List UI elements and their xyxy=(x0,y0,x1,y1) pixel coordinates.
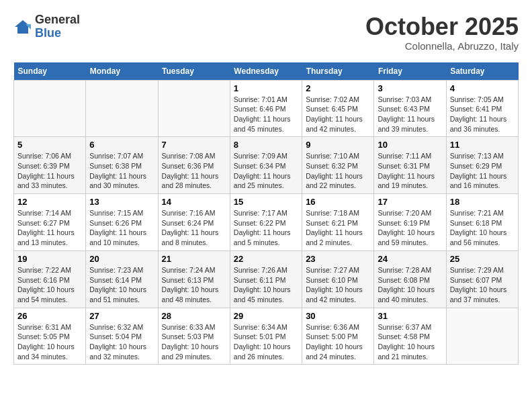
calendar-cell: 19Sunrise: 7:22 AM Sunset: 6:16 PM Dayli… xyxy=(14,250,86,308)
calendar-cell: 31Sunrise: 6:37 AM Sunset: 4:58 PM Dayli… xyxy=(374,308,446,365)
calendar-cell: 20Sunrise: 7:23 AM Sunset: 6:14 PM Dayli… xyxy=(86,250,158,308)
calendar-week-row: 5Sunrise: 7:06 AM Sunset: 6:39 PM Daylig… xyxy=(14,137,519,194)
day-number: 24 xyxy=(378,254,442,264)
calendar-cell: 23Sunrise: 7:27 AM Sunset: 6:10 PM Dayli… xyxy=(302,250,374,308)
calendar-cell xyxy=(446,308,518,365)
calendar-cell: 13Sunrise: 7:15 AM Sunset: 6:26 PM Dayli… xyxy=(86,194,158,251)
calendar-cell xyxy=(86,80,158,137)
day-detail: Sunrise: 7:20 AM Sunset: 6:19 PM Dayligh… xyxy=(378,208,442,248)
day-detail: Sunrise: 7:01 AM Sunset: 6:46 PM Dayligh… xyxy=(234,95,298,134)
day-detail: Sunrise: 7:15 AM Sunset: 6:26 PM Dayligh… xyxy=(89,208,154,248)
weekday-header-thursday: Thursday xyxy=(302,62,374,81)
calendar-week-row: 1Sunrise: 7:01 AM Sunset: 6:46 PM Daylig… xyxy=(14,80,519,137)
calendar-cell: 21Sunrise: 7:24 AM Sunset: 6:13 PM Dayli… xyxy=(158,250,230,308)
day-detail: Sunrise: 7:28 AM Sunset: 6:08 PM Dayligh… xyxy=(378,265,442,305)
day-detail: Sunrise: 6:37 AM Sunset: 4:58 PM Dayligh… xyxy=(378,322,442,362)
calendar-cell: 2Sunrise: 7:02 AM Sunset: 6:45 PM Daylig… xyxy=(302,80,374,137)
day-number: 20 xyxy=(89,254,154,264)
calendar-cell: 14Sunrise: 7:16 AM Sunset: 6:24 PM Dayli… xyxy=(158,194,230,251)
day-detail: Sunrise: 7:03 AM Sunset: 6:43 PM Dayligh… xyxy=(378,95,442,134)
day-detail: Sunrise: 7:16 AM Sunset: 6:24 PM Dayligh… xyxy=(162,208,226,248)
calendar-week-row: 12Sunrise: 7:14 AM Sunset: 6:27 PM Dayli… xyxy=(14,194,519,251)
day-detail: Sunrise: 7:22 AM Sunset: 6:16 PM Dayligh… xyxy=(17,265,82,305)
day-detail: Sunrise: 7:07 AM Sunset: 6:38 PM Dayligh… xyxy=(89,151,154,191)
calendar-cell: 12Sunrise: 7:14 AM Sunset: 6:27 PM Dayli… xyxy=(14,194,86,251)
weekday-header-sunday: Sunday xyxy=(14,62,86,81)
day-number: 21 xyxy=(162,254,226,264)
day-number: 16 xyxy=(306,197,370,207)
weekday-header-wednesday: Wednesday xyxy=(230,62,302,81)
calendar-cell: 11Sunrise: 7:13 AM Sunset: 6:29 PM Dayli… xyxy=(446,137,518,194)
day-detail: Sunrise: 6:36 AM Sunset: 5:00 PM Dayligh… xyxy=(306,322,370,362)
day-detail: Sunrise: 7:11 AM Sunset: 6:31 PM Dayligh… xyxy=(378,151,442,191)
day-number: 8 xyxy=(234,140,298,150)
day-detail: Sunrise: 6:33 AM Sunset: 5:03 PM Dayligh… xyxy=(162,322,226,362)
weekday-header-monday: Monday xyxy=(86,62,158,81)
day-number: 10 xyxy=(378,140,442,150)
day-number: 17 xyxy=(378,197,442,207)
day-number: 30 xyxy=(306,311,370,321)
calendar-cell xyxy=(158,80,230,137)
page-header: General Blue October 2025 Colonnella, Ab… xyxy=(13,13,519,52)
day-number: 15 xyxy=(234,197,298,207)
day-detail: Sunrise: 6:31 AM Sunset: 5:05 PM Dayligh… xyxy=(17,322,82,362)
day-detail: Sunrise: 7:10 AM Sunset: 6:32 PM Dayligh… xyxy=(306,151,370,191)
logo-text: General Blue xyxy=(35,13,80,40)
day-detail: Sunrise: 7:24 AM Sunset: 6:13 PM Dayligh… xyxy=(162,265,226,305)
weekday-header-row: SundayMondayTuesdayWednesdayThursdayFrid… xyxy=(14,62,519,81)
day-number: 18 xyxy=(450,197,515,207)
day-detail: Sunrise: 7:26 AM Sunset: 6:11 PM Dayligh… xyxy=(234,265,298,305)
day-number: 6 xyxy=(89,140,154,150)
calendar-cell: 16Sunrise: 7:18 AM Sunset: 6:21 PM Dayli… xyxy=(302,194,374,251)
calendar-cell: 27Sunrise: 6:32 AM Sunset: 5:04 PM Dayli… xyxy=(86,308,158,365)
day-detail: Sunrise: 7:18 AM Sunset: 6:21 PM Dayligh… xyxy=(306,208,370,248)
day-number: 25 xyxy=(450,254,515,264)
calendar-cell: 3Sunrise: 7:03 AM Sunset: 6:43 PM Daylig… xyxy=(374,80,446,137)
day-number: 11 xyxy=(450,140,515,150)
day-number: 1 xyxy=(234,83,298,93)
day-detail: Sunrise: 7:09 AM Sunset: 6:34 PM Dayligh… xyxy=(234,151,298,191)
calendar-cell: 24Sunrise: 7:28 AM Sunset: 6:08 PM Dayli… xyxy=(374,250,446,308)
calendar-cell: 22Sunrise: 7:26 AM Sunset: 6:11 PM Dayli… xyxy=(230,250,302,308)
day-detail: Sunrise: 6:32 AM Sunset: 5:04 PM Dayligh… xyxy=(89,322,154,362)
calendar-cell: 28Sunrise: 6:33 AM Sunset: 5:03 PM Dayli… xyxy=(158,308,230,365)
day-number: 14 xyxy=(162,197,226,207)
day-number: 5 xyxy=(17,140,82,150)
day-number: 9 xyxy=(306,140,370,150)
day-detail: Sunrise: 7:14 AM Sunset: 6:27 PM Dayligh… xyxy=(17,208,82,248)
day-detail: Sunrise: 6:34 AM Sunset: 5:01 PM Dayligh… xyxy=(234,322,298,362)
calendar-cell: 25Sunrise: 7:29 AM Sunset: 6:07 PM Dayli… xyxy=(446,250,518,308)
day-number: 12 xyxy=(17,197,82,207)
calendar-table: SundayMondayTuesdayWednesdayThursdayFrid… xyxy=(13,62,519,365)
calendar-cell: 15Sunrise: 7:17 AM Sunset: 6:22 PM Dayli… xyxy=(230,194,302,251)
day-number: 7 xyxy=(162,140,226,150)
calendar-cell: 7Sunrise: 7:08 AM Sunset: 6:36 PM Daylig… xyxy=(158,137,230,194)
calendar-cell: 18Sunrise: 7:21 AM Sunset: 6:18 PM Dayli… xyxy=(446,194,518,251)
calendar-body: 1Sunrise: 7:01 AM Sunset: 6:46 PM Daylig… xyxy=(14,80,519,365)
day-detail: Sunrise: 7:05 AM Sunset: 6:41 PM Dayligh… xyxy=(450,95,515,134)
calendar-week-row: 19Sunrise: 7:22 AM Sunset: 6:16 PM Dayli… xyxy=(14,250,519,308)
calendar-cell: 8Sunrise: 7:09 AM Sunset: 6:34 PM Daylig… xyxy=(230,137,302,194)
weekday-header-saturday: Saturday xyxy=(446,62,518,81)
logo-blue-text: Blue xyxy=(35,27,80,40)
month-title: October 2025 xyxy=(365,13,519,40)
day-number: 23 xyxy=(306,254,370,264)
day-number: 27 xyxy=(89,311,154,321)
day-detail: Sunrise: 7:17 AM Sunset: 6:22 PM Dayligh… xyxy=(234,208,298,248)
logo-general-text: General xyxy=(35,13,80,27)
calendar-cell: 10Sunrise: 7:11 AM Sunset: 6:31 PM Dayli… xyxy=(374,137,446,194)
day-number: 2 xyxy=(306,83,370,93)
day-number: 28 xyxy=(162,311,226,321)
day-number: 3 xyxy=(378,83,442,93)
location-subtitle: Colonnella, Abruzzo, Italy xyxy=(365,40,519,52)
calendar-cell: 4Sunrise: 7:05 AM Sunset: 6:41 PM Daylig… xyxy=(446,80,518,137)
weekday-header-tuesday: Tuesday xyxy=(158,62,230,81)
calendar-cell: 5Sunrise: 7:06 AM Sunset: 6:39 PM Daylig… xyxy=(14,137,86,194)
title-block: October 2025 Colonnella, Abruzzo, Italy xyxy=(365,13,519,52)
day-detail: Sunrise: 7:02 AM Sunset: 6:45 PM Dayligh… xyxy=(306,95,370,134)
day-detail: Sunrise: 7:08 AM Sunset: 6:36 PM Dayligh… xyxy=(162,151,226,191)
weekday-header-friday: Friday xyxy=(374,62,446,81)
day-number: 13 xyxy=(89,197,154,207)
day-detail: Sunrise: 7:13 AM Sunset: 6:29 PM Dayligh… xyxy=(450,151,515,191)
day-detail: Sunrise: 7:27 AM Sunset: 6:10 PM Dayligh… xyxy=(306,265,370,305)
